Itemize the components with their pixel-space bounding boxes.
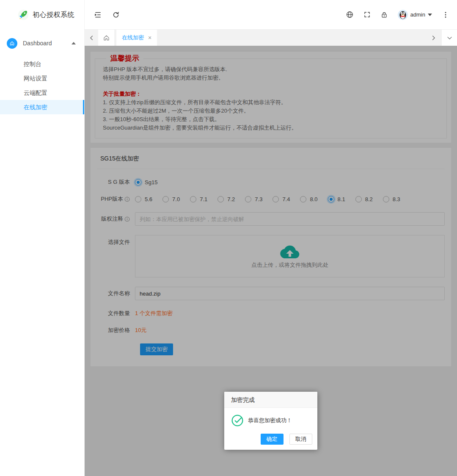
sidebar-item-online-encrypt[interactable]: 在线加密 (0, 100, 84, 114)
dialog-footer: 确定 取消 (224, 429, 317, 450)
dialog-body: 恭喜您加密成功！ (224, 408, 317, 429)
tab-home[interactable] (98, 30, 114, 46)
dialog-title: 加密完成 (224, 392, 317, 408)
sidebar: 初心授权系统 Dashboard 控制台 网站设置 云端配置 在线加密 (0, 0, 85, 476)
tab-close-icon[interactable]: × (148, 35, 151, 41)
tab-label: 在线加密 (122, 34, 144, 42)
language-globe-icon[interactable] (346, 11, 354, 19)
dialog-message: 恭喜您加密成功！ (248, 417, 292, 424)
sidebar-item-console[interactable]: 控制台 (0, 57, 84, 71)
tab-actions-dropdown-icon[interactable] (442, 30, 457, 46)
success-check-icon (231, 414, 244, 427)
confirm-button[interactable]: 确定 (261, 434, 284, 445)
sidebar-submenu: 控制台 网站设置 云端配置 在线加密 (0, 57, 84, 114)
cancel-button[interactable]: 取消 (289, 434, 312, 445)
topbar: admin (85, 0, 457, 30)
user-menu[interactable]: admin (398, 10, 432, 20)
rocket-logo-icon (18, 9, 29, 20)
sidebar-item-cloud-config[interactable]: 云端配置 (0, 86, 84, 100)
collapse-sidebar-icon[interactable] (94, 11, 102, 19)
refresh-icon[interactable] (112, 11, 120, 19)
encrypt-complete-dialog: 加密完成 恭喜您加密成功！ 确定 取消 (224, 392, 317, 450)
more-options-icon[interactable] (442, 11, 449, 19)
sidebar-item-website-settings[interactable]: 网站设置 (0, 71, 84, 86)
app-logo: 初心授权系统 (0, 0, 84, 30)
avatar (398, 10, 408, 20)
fullscreen-icon[interactable] (363, 11, 371, 18)
sidebar-group-dashboard[interactable]: Dashboard (0, 33, 84, 53)
caret-up-icon (72, 42, 76, 44)
tabs-scroll-right-icon[interactable] (427, 30, 440, 46)
username: admin (410, 11, 425, 18)
lock-screen-icon[interactable] (380, 11, 388, 19)
caret-down-icon (428, 14, 432, 16)
tabbar: 在线加密 × (85, 30, 457, 46)
sidebar-group-label: Dashboard (23, 40, 72, 47)
tabs-scroll-left-icon[interactable] (85, 30, 98, 46)
tab-online-encrypt[interactable]: 在线加密 × (116, 30, 157, 46)
app-title: 初心授权系统 (33, 11, 74, 19)
home-circle-icon (7, 38, 17, 49)
